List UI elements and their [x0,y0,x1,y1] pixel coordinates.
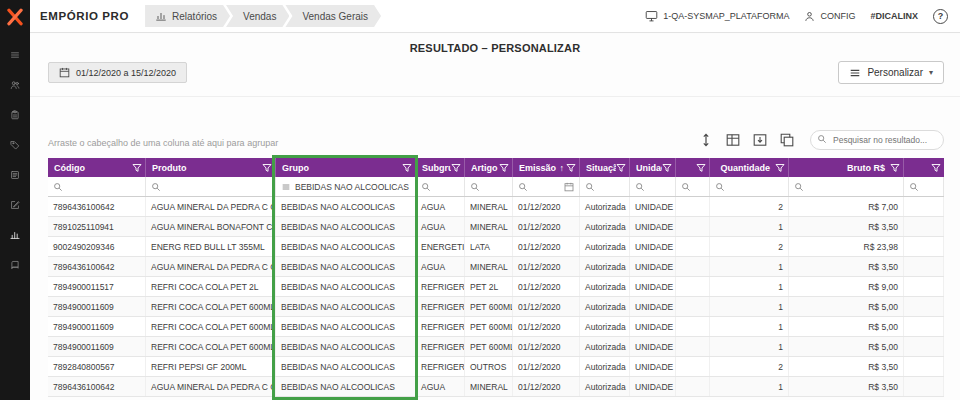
table-cell: AGUA MINERAL BONAFONT C G... [146,217,276,236]
terminal-selector[interactable]: 1-QA-SYSMAP_PLATAFORMA [645,10,789,22]
table-cell: 01/12/2020 [513,357,580,376]
table-cell: 1 [710,217,789,236]
date-range-filter[interactable]: 01/12/2020 a 15/12/2020 [48,62,187,83]
column-header-produto[interactable]: Produto [146,158,276,177]
table-cell: PET 600ML [465,337,513,356]
table-cell: UNIDADE [630,257,676,276]
filter-cell-quantidade[interactable] [710,177,789,196]
table-row[interactable]: 7896436100642AGUA MINERAL DA PEDRA C GA.… [48,377,944,397]
sidebar-item-chart[interactable] [0,226,30,243]
table-cell: Autorizada [580,377,630,396]
column-label: Produto [152,163,262,173]
caret-down-icon: ▾ [929,68,933,77]
table-cell: MINERAL [465,377,513,396]
help-icon[interactable]: ? [933,9,948,24]
table-cell: AGUA [416,217,465,236]
table-cell: REFRIGER... [416,297,465,316]
export-grid-button[interactable] [723,130,743,150]
filter-cell-emissao[interactable] [513,177,580,196]
config-button[interactable]: CONFIG [804,11,855,22]
breadcrumb-vendas[interactable]: Vendas [226,5,289,27]
table-cell: R$ 3,50 [789,357,904,376]
dicalinx-link[interactable]: #DICALINX [870,11,918,21]
linx-logo-icon[interactable] [0,0,30,33]
copy-button[interactable] [777,130,797,150]
column-header-codigo[interactable]: Código [48,158,146,177]
table-cell: 01/12/2020 [513,217,580,236]
personalize-button[interactable]: Personalizar ▾ [838,61,944,84]
search-input[interactable] [810,130,944,150]
column-header-situacao[interactable]: Situação [580,158,630,177]
filter-cell-produto[interactable] [146,177,276,196]
table-row[interactable]: 7894900011609REFRI COCA COLA PET 600MLBE… [48,317,944,337]
breadcrumb-relatorios[interactable]: Relatórios [145,5,230,27]
table-row[interactable]: 7894900011609REFRI COCA COLA PET 600MLBE… [48,297,944,317]
sidebar-item-edit[interactable] [0,196,30,213]
filter-cell-bruto-r[interactable] [789,177,904,196]
sidebar-item-customers[interactable] [0,76,30,93]
export-download-button[interactable] [750,130,770,150]
column-header-unidade[interactable]: Unidade [630,158,676,177]
table-row[interactable]: 7892840800567REFRI PEPSI GF 200MLBEBIDAS… [48,357,944,377]
filter-value: BEBIDAS NAO ALCOOLICAS [295,182,409,192]
column-header-subgru[interactable]: Subgru... [416,158,465,177]
table-cell: 01/12/2020 [513,377,580,396]
table-cell: 2 [710,197,789,216]
breadcrumb-vendas-gerais[interactable]: Vendas Gerais [285,5,381,27]
filter-cell-blank-11[interactable] [904,177,944,196]
filter-funnel-icon [262,163,272,173]
column-header-artigo[interactable]: Artigo [465,158,513,177]
edit-icon [10,200,20,210]
table-cell: 1 [710,377,789,396]
column-label: Bruto R$ [795,163,890,173]
filter-cell-blank-8[interactable] [676,177,710,196]
table-row[interactable]: 7896436100642AGUA MINERAL DA PEDRA C GA.… [48,257,944,277]
table-row[interactable]: 7891025110941AGUA MINERAL BONAFONT C G..… [48,217,944,237]
sidebar-item-menu[interactable] [0,46,30,63]
column-header-quantidade[interactable]: Quantidade [710,158,789,177]
table-cell: 01/12/2020 [513,337,580,356]
filter-funnel-icon [890,163,900,173]
column-header-emissao[interactable]: Emissão↑ [513,158,580,177]
table-cell: UNIDADE [630,377,676,396]
table-cell: R$ 23,98 [789,237,904,256]
table-cell: REFRIGER... [416,317,465,336]
column-header-bruto-r[interactable]: Bruto R$ [789,158,904,177]
filter-cell-subgru[interactable] [416,177,465,196]
column-label: Unidade [636,163,662,173]
table-cell: 7896436100642 [48,377,146,396]
column-header-blank-8[interactable] [676,158,710,177]
row-height-button[interactable] [696,130,716,150]
menu-icon [10,50,20,60]
table-cell: REFRI COCA COLA PET 2L [146,277,276,296]
table-row[interactable]: 7894900011517REFRI COCA COLA PET 2LBEBID… [48,277,944,297]
sidebar-item-book[interactable] [0,256,30,273]
column-header-grupo[interactable]: Grupo [276,158,416,177]
table-cell: 7894900011609 [48,297,146,316]
table-cell: 01/12/2020 [513,277,580,296]
sidebar-item-tag[interactable] [0,136,30,153]
filter-cell-codigo[interactable] [48,177,146,196]
table-row[interactable]: 7894900011609REFRI COCA COLA PET 600MLBE… [48,337,944,357]
filter-cell-unidade[interactable] [630,177,676,196]
table-cell: BEBIDAS NAO ALCOOLICAS [276,337,416,356]
search-icon [151,182,161,192]
table-cell: BEBIDAS NAO ALCOOLICAS [276,197,416,216]
table-cell: LATA [465,237,513,256]
table-cell: BEBIDAS NAO ALCOOLICAS [276,257,416,276]
filter-cell-situacao[interactable] [580,177,630,196]
column-header-blank-11[interactable] [904,158,944,177]
filter-cell-grupo[interactable]: BEBIDAS NAO ALCOOLICAS [276,177,416,196]
search-icon [794,182,804,192]
table-row[interactable]: 7896436100642AGUA MINERAL DA PEDRA C GA.… [48,197,944,217]
table-row[interactable]: 9002490209346ENERG RED BULL LT 355MLBEBI… [48,237,944,257]
sidebar-item-clipboard[interactable] [0,106,30,123]
table-cell: Autorizada [580,237,630,256]
filter-cell-artigo[interactable] [465,177,513,196]
table-cell: UNIDADE [630,357,676,376]
sidebar-item-form[interactable] [0,166,30,183]
arrows-up-down-icon [698,132,714,148]
table-cell [904,337,944,356]
table-cell: ENERGETI... [416,237,465,256]
table-cell [676,237,710,256]
